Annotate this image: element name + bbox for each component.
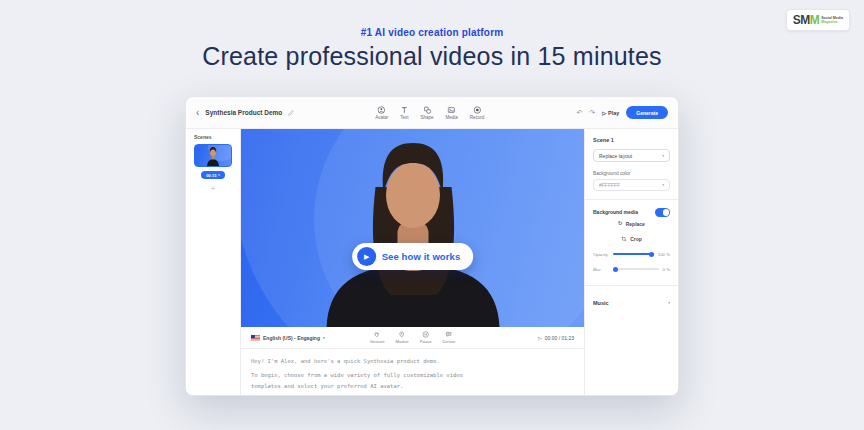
blur-row: Blur 0 % xyxy=(593,267,670,272)
music-section[interactable]: Music ▾ xyxy=(593,300,670,306)
chevron-down-icon: ▾ xyxy=(662,154,664,158)
pause-button[interactable]: Pause xyxy=(420,331,432,344)
smm-logo: SMM Social Media Magazine xyxy=(786,9,850,31)
scene-thumbnail[interactable] xyxy=(194,144,232,167)
scene-thumbnail-avatar xyxy=(195,145,231,166)
chevron-down-icon: ▾ xyxy=(668,301,670,305)
toolbar-shape-label: Shape xyxy=(421,115,434,120)
inspector-panel: Scene 1 Replace layout ▾ Background colo… xyxy=(584,129,678,395)
blur-label: Blur xyxy=(593,267,609,272)
crop-media-button[interactable]: Crop xyxy=(593,234,670,245)
diction-icon xyxy=(445,331,452,338)
editor-topbar: ‹ Synthesia Product Demo Avatar Text Sha… xyxy=(186,97,678,129)
toolbar-record-button[interactable]: Record xyxy=(470,106,485,120)
divider xyxy=(585,285,678,286)
smm-logo-tagline: Social Media Magazine xyxy=(821,16,843,24)
toolbar-record-label: Record xyxy=(470,115,485,120)
divider xyxy=(585,199,678,200)
script-line[interactable]: To begin, choose from a wide variety of … xyxy=(251,370,479,391)
toolbar-avatar-button[interactable]: Avatar xyxy=(375,106,388,120)
back-button[interactable]: ‹ xyxy=(196,108,199,118)
pause-icon xyxy=(422,331,429,338)
background-media-label: Background media xyxy=(593,209,638,215)
media-icon xyxy=(448,106,456,114)
music-label: Music xyxy=(593,300,609,306)
play-circle-icon: ▶ xyxy=(357,247,376,266)
gesture-icon xyxy=(374,331,381,338)
toolbar-text-button[interactable]: Text xyxy=(400,106,408,120)
opacity-label: Opacity xyxy=(593,252,609,257)
avatar-icon xyxy=(378,106,386,114)
add-scene-button[interactable]: + xyxy=(211,185,216,193)
chevron-down-icon: ▾ xyxy=(662,183,664,187)
cta-label: See how it works xyxy=(382,251,461,262)
scenes-heading: Scenes xyxy=(194,134,212,140)
undo-icon[interactable]: ↶ xyxy=(576,109,582,116)
crop-icon xyxy=(621,236,627,242)
presenter-avatar xyxy=(241,129,584,327)
player-bar: English (US) - Engaging ▾ Gesture Marker… xyxy=(241,327,584,349)
background-media-toggle[interactable] xyxy=(655,208,670,217)
background-color-input[interactable]: #FFFFFF ▾ xyxy=(593,179,670,191)
chevron-down-icon: ▾ xyxy=(323,336,325,340)
slider-knob[interactable] xyxy=(649,252,654,257)
shape-icon xyxy=(423,106,431,114)
video-canvas: ▶ See how it works xyxy=(241,129,584,327)
scene-duration-badge[interactable]: 00:15 ▾ xyxy=(201,171,225,179)
stage-column: ▶ See how it works English (US) - Engagi… xyxy=(241,129,584,395)
play-outline-icon[interactable]: ▷ xyxy=(538,335,542,341)
editor-window: ‹ Synthesia Product Demo Avatar Text Sha… xyxy=(185,96,679,396)
opacity-slider[interactable] xyxy=(613,253,654,255)
inspector-scene-heading: Scene 1 xyxy=(593,137,670,143)
toolbar-shape-button[interactable]: Shape xyxy=(421,106,434,120)
marker-label: Marker xyxy=(396,339,409,344)
preview-play-button[interactable]: ▷ Play xyxy=(602,110,619,116)
blur-value: 0 % xyxy=(663,267,670,272)
layout-dropdown[interactable]: Replace layout ▾ xyxy=(593,149,670,162)
script-line[interactable]: Hey! I'm Alex, and here's a quick Synthe… xyxy=(251,356,479,366)
slider-fill xyxy=(613,253,654,255)
opacity-row: Opacity 100 % xyxy=(593,252,670,257)
marker-button[interactable]: Marker xyxy=(396,331,409,344)
redo-icon[interactable]: ↷ xyxy=(589,109,595,116)
toolbar-text-label: Text xyxy=(400,115,408,120)
smm-logo-text: SMM xyxy=(793,13,820,27)
marker-icon xyxy=(399,331,406,338)
replace-icon: ↻ xyxy=(618,221,623,227)
chevron-down-icon: ▾ xyxy=(218,173,220,177)
us-flag-icon xyxy=(251,335,260,341)
pause-label: Pause xyxy=(420,339,432,344)
slider-knob[interactable] xyxy=(613,267,618,272)
see-how-it-works-button[interactable]: ▶ See how it works xyxy=(352,243,474,270)
toolbar-media-button[interactable]: Media xyxy=(446,106,458,120)
document-title: Synthesia Product Demo xyxy=(205,109,282,116)
blur-slider[interactable] xyxy=(613,268,659,270)
diction-label: Diction xyxy=(443,339,456,344)
time-display: ▷ 00:00 / 01:23 xyxy=(538,335,574,341)
language-selector[interactable]: English (US) - Engaging ▾ xyxy=(251,335,325,341)
edit-pencil-icon[interactable] xyxy=(288,110,294,116)
toggle-knob xyxy=(663,209,670,216)
toolbar-avatar-label: Avatar xyxy=(375,115,388,120)
replace-media-button[interactable]: ↻ Replace xyxy=(593,219,670,230)
text-icon xyxy=(400,106,408,114)
opacity-value: 100 % xyxy=(658,252,670,257)
gesture-label: Gesture xyxy=(370,339,385,344)
script-editor[interactable]: Hey! I'm Alex, and here's a quick Synthe… xyxy=(241,349,584,395)
page-title: Create professional videos in 15 minutes xyxy=(0,42,864,71)
play-outline-icon: ▷ xyxy=(602,110,606,116)
generate-button[interactable]: Generate xyxy=(626,106,668,119)
background-color-label: Background color xyxy=(593,171,670,176)
hero-eyebrow: #1 AI video creation platform xyxy=(0,27,864,38)
record-icon xyxy=(473,106,481,114)
toolbar-media-label: Media xyxy=(446,115,458,120)
gesture-button[interactable]: Gesture xyxy=(370,331,385,344)
diction-button[interactable]: Diction xyxy=(443,331,456,344)
scenes-sidebar: Scenes 00:15 ▾ + xyxy=(186,129,241,395)
